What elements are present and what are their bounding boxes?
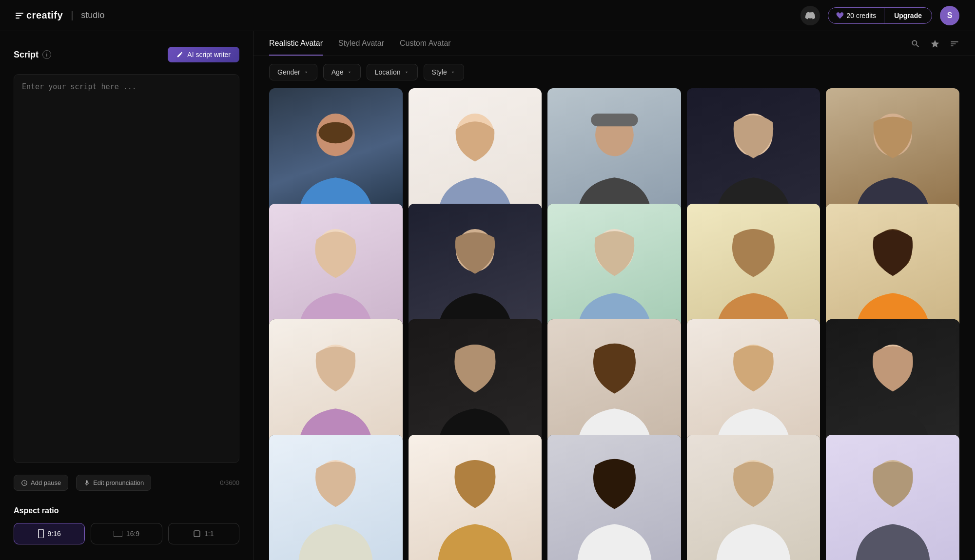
svg-rect-0 xyxy=(39,529,43,538)
location-chevron-icon xyxy=(404,69,410,75)
phone-portrait-icon xyxy=(38,529,44,538)
avatar-person-20 xyxy=(839,449,946,560)
search-button[interactable] xyxy=(911,39,920,49)
mic-icon xyxy=(83,480,90,486)
avatar-person-18 xyxy=(561,449,668,560)
aspect-1-1-button[interactable]: 1:1 xyxy=(168,523,239,544)
avatar-person-7 xyxy=(422,218,528,336)
age-filter[interactable]: Age xyxy=(323,64,361,80)
avatar-person-11 xyxy=(282,334,389,451)
avatar-tabs: Realistic Avatar Styled Avatar Custom Av… xyxy=(269,39,451,56)
ai-writer-label: AI script writer xyxy=(187,51,231,58)
logo-name: creatify xyxy=(26,10,63,21)
script-textarea[interactable] xyxy=(14,74,239,463)
top-nav: creatify | studio 20 credits Upgrade S xyxy=(0,0,975,31)
user-avatar[interactable]: S xyxy=(940,6,959,25)
avatar-card-20[interactable] xyxy=(826,435,959,560)
edit-pronunciation-label: Edit pronunciation xyxy=(93,479,144,486)
avatar-person-17 xyxy=(422,449,528,560)
avatar-person-16 xyxy=(282,449,389,560)
aspect-9-16-button[interactable]: 9:16 xyxy=(14,523,85,544)
tab-realistic-avatar[interactable]: Realistic Avatar xyxy=(269,39,323,56)
filters-bar: Gender Age Location Style xyxy=(254,56,975,88)
svg-rect-7 xyxy=(591,114,638,126)
aspect-1-1-label: 1:1 xyxy=(204,530,214,538)
age-chevron-icon xyxy=(347,69,352,75)
avatar-card-17[interactable] xyxy=(409,435,542,560)
avatar-person-15 xyxy=(839,334,946,451)
aspect-options: 9:16 16:9 1:1 xyxy=(14,523,239,544)
svg-point-4 xyxy=(319,122,353,143)
aspect-9-16-label: 9:16 xyxy=(48,530,61,538)
tab-icons-area xyxy=(911,39,959,56)
avatar-person-2 xyxy=(422,103,528,220)
avatar-person-8 xyxy=(561,218,668,336)
info-icon[interactable]: i xyxy=(42,50,51,59)
pencil-icon xyxy=(176,51,183,58)
aspect-16-9-button[interactable]: 16:9 xyxy=(91,523,162,544)
style-chevron-icon xyxy=(450,69,456,75)
logo-icon: creatify xyxy=(16,10,63,21)
clock-icon xyxy=(21,480,28,486)
upgrade-label: Upgrade xyxy=(884,8,932,23)
tab-custom-avatar[interactable]: Custom Avatar xyxy=(400,39,451,56)
avatar-person-19 xyxy=(700,449,807,560)
svg-rect-2 xyxy=(194,531,200,537)
credits-button[interactable]: 20 credits Upgrade xyxy=(828,7,933,24)
avatar-person-14 xyxy=(700,334,807,451)
discord-button[interactable] xyxy=(800,6,820,25)
discord-icon xyxy=(805,11,815,20)
aspect-ratio-title: Aspect ratio xyxy=(14,506,239,515)
script-header: Script i AI script writer xyxy=(14,47,239,62)
sort-button[interactable] xyxy=(950,39,959,49)
svg-rect-1 xyxy=(114,531,122,537)
aspect-ratio-section: Aspect ratio 9:16 16:9 xyxy=(14,506,239,544)
star-icon xyxy=(930,39,940,49)
logo-area: creatify | studio xyxy=(16,10,104,21)
aspect-16-9-label: 16:9 xyxy=(126,530,139,538)
location-filter-label: Location xyxy=(375,68,401,76)
style-filter[interactable]: Style xyxy=(424,64,464,80)
add-pause-button[interactable]: Add pause xyxy=(14,475,68,491)
avatar-card-19[interactable] xyxy=(687,435,820,560)
nav-right: 20 credits Upgrade S xyxy=(800,6,960,25)
monitor-icon xyxy=(114,531,122,537)
sliders-icon xyxy=(950,39,959,49)
right-panel: Realistic Avatar Styled Avatar Custom Av… xyxy=(254,31,975,560)
avatar-person-1 xyxy=(282,103,389,220)
gender-chevron-icon xyxy=(303,69,309,75)
script-label: Script xyxy=(14,50,39,60)
left-panel: Script i AI script writer Add pause xyxy=(0,31,254,560)
avatar-person-9 xyxy=(700,218,807,336)
script-title-area: Script i xyxy=(14,50,51,60)
avatar-person-13 xyxy=(561,334,668,451)
avatar-person-3 xyxy=(561,103,668,220)
tab-styled-avatar[interactable]: Styled Avatar xyxy=(338,39,384,56)
square-icon xyxy=(194,530,200,537)
char-count: 0/3600 xyxy=(220,479,239,486)
avatar-person-5 xyxy=(839,103,946,220)
ai-writer-button[interactable]: AI script writer xyxy=(168,47,239,62)
gender-filter[interactable]: Gender xyxy=(269,64,317,80)
avatar-tabs-bar: Realistic Avatar Styled Avatar Custom Av… xyxy=(254,31,975,56)
avatar-person-6 xyxy=(282,218,389,336)
logo-subtitle: studio xyxy=(81,10,104,20)
avatar-grid: ♛ xyxy=(254,88,975,560)
edit-pronunciation-button[interactable]: Edit pronunciation xyxy=(76,475,151,491)
style-filter-label: Style xyxy=(432,68,447,76)
favorites-button[interactable] xyxy=(930,39,940,49)
age-filter-label: Age xyxy=(332,68,344,76)
credits-left: 20 credits xyxy=(828,8,885,23)
script-footer: Add pause Edit pronunciation 0/3600 xyxy=(14,475,239,491)
credits-amount: 20 credits xyxy=(847,12,877,19)
add-pause-label: Add pause xyxy=(31,479,61,486)
avatar-card-18[interactable] xyxy=(547,435,681,560)
avatar-card-16[interactable] xyxy=(269,435,403,560)
avatar-person-4 xyxy=(700,103,807,220)
avatar-person-12 xyxy=(422,334,528,451)
main-layout: Script i AI script writer Add pause xyxy=(0,31,975,560)
heart-icon xyxy=(836,12,844,19)
location-filter[interactable]: Location xyxy=(367,64,418,80)
avatar-person-10 xyxy=(839,218,946,336)
gender-filter-label: Gender xyxy=(277,68,300,76)
